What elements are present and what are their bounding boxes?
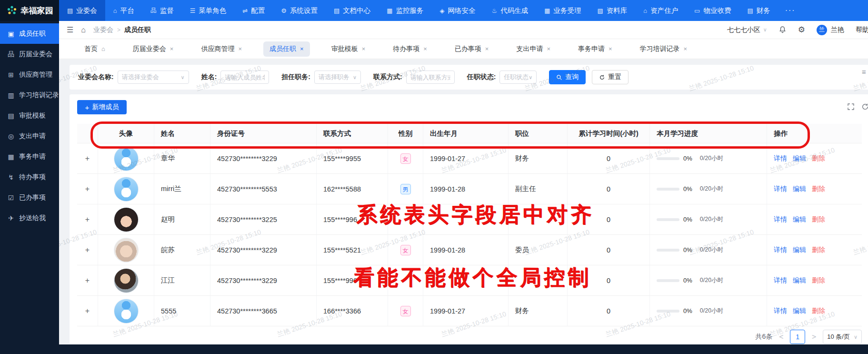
filter-select[interactable]: 请选择职务 ∨: [314, 71, 361, 84]
tab-close-icon[interactable]: ×: [300, 45, 304, 52]
detail-link[interactable]: 详情: [774, 246, 787, 254]
top-nav-item[interactable]: ◈ 网络安全: [431, 0, 483, 21]
tab-close-icon[interactable]: ×: [362, 45, 366, 52]
edit-link[interactable]: 编辑: [793, 154, 806, 163]
row-expand-button[interactable]: +: [85, 154, 90, 163]
collapse-sidebar-icon[interactable]: ☰: [67, 25, 73, 34]
delete-link[interactable]: 删除: [812, 246, 825, 254]
filter-input[interactable]: [406, 71, 455, 84]
prev-page-button[interactable]: <: [778, 333, 784, 341]
sidebar-item[interactable]: ▣ 成员任职: [0, 23, 59, 44]
detail-link[interactable]: 详情: [774, 185, 787, 193]
top-nav-item[interactable]: ♨ 代码生成: [483, 0, 536, 21]
detail-link[interactable]: 详情: [774, 215, 787, 224]
page-size-select[interactable]: 10 条/页 ∨: [823, 330, 862, 344]
member-phone: 155****996: [317, 265, 388, 295]
edit-link[interactable]: 编辑: [793, 185, 806, 193]
next-page-button[interactable]: >: [811, 333, 817, 341]
top-nav-item[interactable]: ▤ 文档中心: [326, 0, 379, 21]
edit-link[interactable]: 编辑: [793, 246, 806, 254]
add-member-button[interactable]: + 新增成员: [77, 100, 127, 114]
tab-close-icon[interactable]: ×: [423, 45, 427, 52]
sidebar-item[interactable]: ☑ 已办事项: [0, 187, 59, 208]
tab-close-icon[interactable]: ×: [170, 45, 174, 52]
fullscreen-icon[interactable]: [847, 103, 855, 111]
row-expand-button[interactable]: +: [85, 246, 90, 254]
detail-link[interactable]: 详情: [774, 307, 787, 315]
top-nav-item[interactable]: ☰ 菜单角色: [182, 0, 235, 21]
top-nav-item[interactable]: 品 监督: [142, 0, 182, 21]
page-number-button[interactable]: 1: [790, 330, 805, 344]
page-tab[interactable]: 事务申请 ×: [572, 41, 619, 57]
page-tab[interactable]: 审批模板 ×: [325, 41, 372, 57]
sidebar-item[interactable]: ◎ 支出申请: [0, 126, 59, 146]
gear-icon[interactable]: ⚙: [798, 25, 805, 35]
detail-link[interactable]: 详情: [774, 154, 787, 163]
delete-link[interactable]: 删除: [812, 307, 825, 315]
top-nav-item[interactable]: ⌂ 平台: [105, 0, 142, 21]
delete-link[interactable]: 删除: [812, 215, 825, 224]
filter-select[interactable]: 任职状态 ∨: [499, 71, 537, 84]
top-nav-item[interactable]: ⚙ 系统设置: [273, 0, 326, 21]
help-docs-link[interactable]: 帮助文档: [856, 26, 868, 34]
top-nav-item[interactable]: ▤ 财务: [739, 0, 778, 21]
row-expand-button[interactable]: +: [85, 185, 90, 193]
top-nav-item[interactable]: ▧ 资料库: [589, 0, 635, 21]
nav-more-button[interactable]: ···: [778, 0, 802, 21]
member-id-number: 452730********3225: [210, 204, 317, 234]
sidebar-item[interactable]: ▦ 事务申请: [0, 146, 59, 167]
row-expand-button[interactable]: +: [85, 215, 90, 224]
home-icon[interactable]: ⌂: [81, 26, 86, 34]
page-tab[interactable]: 支出申请 ×: [510, 41, 557, 57]
delete-link[interactable]: 删除: [812, 185, 825, 193]
refresh-icon[interactable]: [861, 103, 868, 111]
page-tab[interactable]: 供应商管理 ×: [195, 41, 248, 57]
sidebar-item[interactable]: ▥ 学习培训记录: [0, 85, 59, 105]
member-total-hours: 0: [568, 174, 650, 204]
detail-link[interactable]: 详情: [774, 276, 787, 285]
tabs-overflow-icon[interactable]: ≡: [862, 68, 865, 76]
top-nav-item[interactable]: ⌂ 资产住户: [635, 0, 686, 21]
breadcrumb-parent[interactable]: 业委会: [93, 26, 113, 34]
row-expand-button[interactable]: +: [85, 307, 90, 315]
top-nav-item[interactable]: ▦ 业务受理: [536, 0, 589, 21]
tab-close-icon[interactable]: ×: [547, 45, 550, 52]
row-expand-button[interactable]: +: [85, 276, 90, 285]
page-tab[interactable]: 成员任职 ×: [263, 41, 310, 57]
sidebar-item[interactable]: ✈ 抄送给我: [0, 208, 59, 228]
delete-link[interactable]: 删除: [812, 154, 825, 163]
filter-input[interactable]: [220, 71, 269, 84]
delete-link[interactable]: 删除: [812, 276, 825, 285]
top-nav-item[interactable]: ▦ 监控服务: [379, 0, 431, 21]
top-nav-item[interactable]: ▭ 物业收费: [686, 0, 739, 21]
edit-link[interactable]: 编辑: [793, 215, 806, 224]
page-tab[interactable]: 待办事项 ×: [387, 41, 433, 57]
page-tab[interactable]: 首页 ⌂: [78, 41, 111, 57]
bell-icon[interactable]: [778, 26, 787, 34]
sidebar-item[interactable]: ⊞ 供应商管理: [0, 64, 59, 85]
column-header: 累计学习时间(小时): [568, 124, 650, 143]
top-nav-item[interactable]: ⇌ 配置: [234, 0, 273, 21]
edit-link[interactable]: 编辑: [793, 307, 806, 315]
table-toolbar-icons: [847, 103, 868, 111]
search-button[interactable]: 查询: [549, 70, 586, 84]
page-tab[interactable]: 历届业委会 ×: [127, 41, 180, 57]
page-tab[interactable]: 已办事项 ×: [449, 41, 495, 57]
tab-close-icon[interactable]: ×: [684, 45, 688, 52]
member-position: 财务: [509, 296, 568, 326]
page-tab[interactable]: 学习培训记录 ×: [634, 41, 694, 57]
edit-link[interactable]: 编辑: [793, 276, 806, 285]
reset-button[interactable]: 重置: [592, 70, 629, 84]
tab-close-icon[interactable]: ×: [485, 45, 489, 52]
top-nav-item[interactable]: ▤ 业委会: [59, 0, 105, 21]
community-selector[interactable]: 七七七小区 ∨: [727, 26, 767, 34]
tab-close-icon[interactable]: ×: [609, 45, 612, 52]
sidebar-item[interactable]: ▤ 审批模板: [0, 105, 59, 126]
filter-select[interactable]: 请选择业委会 ∨: [118, 71, 189, 84]
tab-close-icon[interactable]: ×: [238, 45, 242, 52]
reset-icon: [599, 74, 605, 81]
actions-cell: 详情 编辑 删除: [767, 265, 862, 295]
user-menu[interactable]: 兰 兰艳: [817, 25, 844, 35]
sidebar-item[interactable]: 品 历届业委会: [0, 44, 59, 64]
sidebar-item[interactable]: ↯ 待办事项: [0, 167, 59, 187]
